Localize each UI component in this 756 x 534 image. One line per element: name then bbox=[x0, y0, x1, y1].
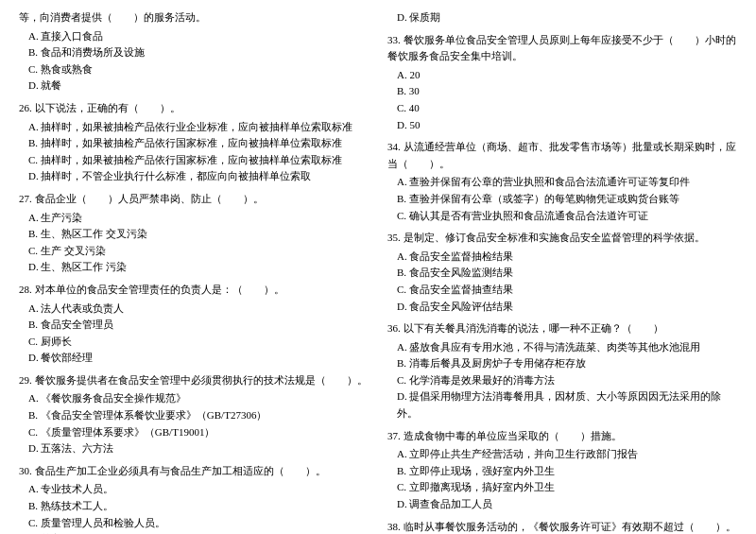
option: D. 保质期 bbox=[387, 9, 737, 26]
option: A. 食品安全监督抽检结果 bbox=[387, 249, 737, 266]
q36-text: 36. 以下有关餐具消洗消毒的说法，哪一种不正确？（ ） bbox=[387, 320, 737, 337]
right-column: D. 保质期 33. 餐饮服务单位食品安全管理人员原则上每年应接受不少于（ ）小… bbox=[387, 9, 737, 534]
question-28: 28. 对本单位的食品安全管理责任的负责人是：（ ）。 A. 法人代表或负责人 … bbox=[19, 282, 369, 367]
intro-text: 等，向消费者提供（ ）的服务活动。 bbox=[19, 9, 369, 26]
option: D. 调查食品加工人员 bbox=[387, 496, 737, 513]
q30-text: 30. 食品生产加工企业必须具有与食品生产加工相适应的（ ）。 bbox=[19, 463, 369, 480]
q35-text: 35. 是制定、修订食品安全标准和实施食品安全监督管理的科学依据。 bbox=[387, 230, 737, 247]
option: C. 熟食或熟食 bbox=[19, 61, 369, 78]
option: B. 30 bbox=[387, 83, 737, 100]
option: C. 食品安全监督抽查结果 bbox=[387, 282, 737, 299]
option: A. 《餐饮服务食品安全操作规范》 bbox=[19, 390, 369, 407]
option: B. 消毒后餐具及厨房炉子专用储存柜存放 bbox=[387, 355, 737, 372]
option: D. 抽样时，不管企业执行什么标准，都应向向被抽样单位索取 bbox=[19, 168, 369, 185]
option: B. 熟练技术工人。 bbox=[19, 498, 369, 515]
option: C. 抽样时，如果被抽检产品依行国家标准，应向被抽样单位索取标准 bbox=[19, 152, 369, 169]
option: B. 查验并保留有公章（或签字）的每笔购物凭证或购货台账等 bbox=[387, 191, 737, 208]
option: A. 法人代表或负责人 bbox=[19, 301, 369, 318]
option: B. 生、熟区工作 交叉污染 bbox=[19, 226, 369, 243]
option: C. 《质量管理体系要求》（GB/T19001） bbox=[19, 424, 369, 441]
option: A. 立即停止共生产经营活动，并向卫生行政部门报告 bbox=[387, 446, 737, 463]
option: B. 立即停止现场，强好室内外卫生 bbox=[387, 463, 737, 480]
option: A. 抽样时，如果被抽检产品依行业企业标准，应向被抽样单位索取标准 bbox=[19, 119, 369, 136]
option: B. 食品安全管理员 bbox=[19, 317, 369, 334]
option: B. 抽样时，如果被抽检产品依行国家标准，应向被抽样单位索取标准 bbox=[19, 135, 369, 152]
option: D. 餐饮部经理 bbox=[19, 350, 369, 367]
q27-text: 27. 食品企业（ ）人员严禁串岗、防止（ ）。 bbox=[19, 191, 369, 208]
option: B. 食品和消费场所及设施 bbox=[19, 44, 369, 61]
option: C. 质量管理人员和检验人员。 bbox=[19, 515, 369, 532]
option: A. 生产污染 bbox=[19, 210, 369, 227]
option: A. 查验并保留有公章的营业执照和食品合法流通许可证等复印件 bbox=[387, 174, 737, 191]
question-27: 27. 食品企业（ ）人员严禁串岗、防止（ ）。 A. 生产污染 B. 生、熟区… bbox=[19, 191, 369, 276]
q33-text: 33. 餐饮服务单位食品安全管理人员原则上每年应接受不少于（ ）小时的餐饮服务食… bbox=[387, 32, 737, 65]
question-30: 30. 食品生产加工企业必须具有与食品生产加工相适应的（ ）。 A. 专业技术人… bbox=[19, 463, 369, 534]
option: D. 生、熟区工作 污染 bbox=[19, 259, 369, 276]
option: D. 五落法、六方法 bbox=[19, 440, 369, 457]
question-29: 29. 餐饮服务提供者在食品安全管理中必须贯彻执行的技术法规是（ ）。 A. 《… bbox=[19, 372, 369, 457]
q29-text: 29. 餐饮服务提供者在食品安全管理中必须贯彻执行的技术法规是（ ）。 bbox=[19, 372, 369, 389]
intro-question: 等，向消费者提供（ ）的服务活动。 A. 直接入口食品 B. 食品和消费场所及设… bbox=[19, 9, 369, 95]
question-37: 37. 造成食物中毒的单位应当采取的（ ）措施。 A. 立即停止共生产经营活动，… bbox=[387, 428, 737, 513]
option: A. 盛放食具应有专用水池，不得与清洗蔬菜、肉类等其他水池混用 bbox=[387, 339, 737, 356]
option: B. 食品安全风险监测结果 bbox=[387, 265, 737, 282]
option: D. 50 bbox=[387, 117, 737, 134]
q34-text: 34. 从流通经营单位（商场、超市、批发零售市场等）批量或长期采购时，应当（ ）… bbox=[387, 139, 737, 172]
option: D. 就餐 bbox=[19, 78, 369, 95]
option: C. 立即撤离现场，搞好室内外卫生 bbox=[387, 479, 737, 496]
question-26: 26. 以下说法，正确的有（ ）。 A. 抽样时，如果被抽检产品依行业企业标准，… bbox=[19, 100, 369, 185]
option: C. 生产 交叉污染 bbox=[19, 243, 369, 260]
question-34: 34. 从流通经营单位（商场、超市、批发零售市场等）批量或长期采购时，应当（ ）… bbox=[387, 139, 737, 224]
question-38: 38. 临时从事餐饮服务活动的，《餐饮服务许可证》有效期不超过（ ）。 A. 1… bbox=[387, 519, 737, 534]
page-container: 等，向消费者提供（ ）的服务活动。 A. 直接入口食品 B. 食品和消费场所及设… bbox=[19, 9, 737, 534]
two-column-layout: 等，向消费者提供（ ）的服务活动。 A. 直接入口食品 B. 食品和消费场所及设… bbox=[19, 9, 737, 534]
q28-text: 28. 对本单位的食品安全管理责任的负责人是：（ ）。 bbox=[19, 282, 369, 299]
option: C. 确认其是否有营业执照和食品流通食品合法道许可证 bbox=[387, 208, 737, 225]
left-column: 等，向消费者提供（ ）的服务活动。 A. 直接入口食品 B. 食品和消费场所及设… bbox=[19, 9, 369, 534]
option: A. 专业技术人员。 bbox=[19, 481, 369, 498]
question-33: 33. 餐饮服务单位食品安全管理人员原则上每年应接受不少于（ ）小时的餐饮服务食… bbox=[387, 32, 737, 134]
option: B. 《食品安全管理体系餐饮业要求》（GB/T27306） bbox=[19, 407, 369, 424]
option: D. 提倡采用物理方法消毒餐用具，因材质、大小等原因因无法采用的除外。 bbox=[387, 388, 737, 422]
option: C. 厨师长 bbox=[19, 334, 369, 351]
option: A. 20 bbox=[387, 67, 737, 84]
option: D. 食品安全风险评估结果 bbox=[387, 299, 737, 316]
q37-text: 37. 造成食物中毒的单位应当采取的（ ）措施。 bbox=[387, 428, 737, 445]
option: C. 化学消毒是效果最好的消毒方法 bbox=[387, 372, 737, 389]
question-35: 35. 是制定、修订食品安全标准和实施食品安全监督管理的科学依据。 A. 食品安… bbox=[387, 230, 737, 315]
q38-text: 38. 临时从事餐饮服务活动的，《餐饮服务许可证》有效期不超过（ ）。 bbox=[387, 519, 737, 534]
option: C. 40 bbox=[387, 100, 737, 117]
q26-text: 26. 以下说法，正确的有（ ）。 bbox=[19, 100, 369, 117]
d32-option: D. 保质期 bbox=[387, 9, 737, 26]
option: A. 直接入口食品 bbox=[19, 28, 369, 45]
question-36: 36. 以下有关餐具消洗消毒的说法，哪一种不正确？（ ） A. 盛放食具应有专用… bbox=[387, 320, 737, 422]
